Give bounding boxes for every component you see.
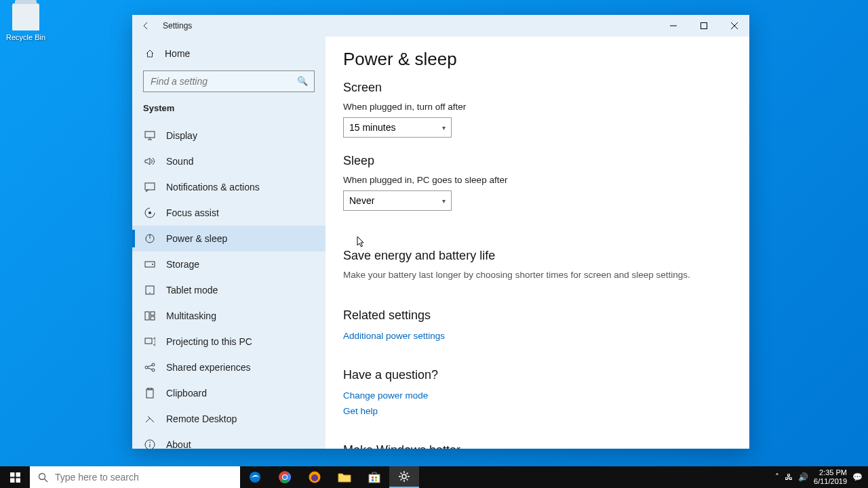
svg-line-26 (146, 418, 150, 422)
store-icon (368, 470, 381, 484)
close-button[interactable] (719, 15, 749, 37)
change-power-mode-link[interactable]: Change power mode (343, 390, 428, 401)
sleep-after-dropdown[interactable]: Never ▾ (343, 190, 452, 211)
svg-point-43 (283, 475, 287, 479)
sidebar-item-sound[interactable]: Sound (132, 148, 326, 174)
svg-rect-32 (10, 472, 15, 477)
home-icon (144, 48, 155, 59)
svg-rect-1 (701, 23, 707, 29)
firefox-taskbar-button[interactable] (300, 466, 330, 488)
additional-power-settings-link[interactable]: Additional power settings (343, 331, 445, 341)
svg-rect-15 (145, 312, 149, 320)
svg-point-31 (149, 442, 151, 443)
svg-point-51 (402, 474, 406, 479)
explorer-taskbar-button[interactable] (330, 466, 359, 488)
svg-point-14 (149, 292, 151, 293)
display-icon (144, 130, 155, 141)
sidebar: Home 🔍 System DisplaySoundNotifications … (132, 37, 326, 449)
screen-turnoff-label: When plugged in, turn off after (343, 102, 732, 112)
svg-rect-34 (10, 478, 15, 483)
related-heading: Related settings (343, 308, 732, 323)
sidebar-item-notifications-actions[interactable]: Notifications & actions (132, 174, 326, 200)
sidebar-item-display[interactable]: Display (132, 123, 326, 148)
notifications-icon (144, 182, 155, 192)
sidebar-item-shared-experiences[interactable]: Shared experiences (132, 354, 326, 380)
chevron-down-icon: ▾ (442, 124, 446, 131)
svg-rect-7 (145, 183, 155, 190)
store-taskbar-button[interactable] (359, 466, 389, 488)
sidebar-item-focus-assist[interactable]: Focus assist (132, 200, 326, 226)
projecting-icon (144, 336, 155, 347)
svg-rect-35 (16, 478, 20, 483)
tablet-icon (144, 285, 155, 296)
sidebar-item-about[interactable]: About (132, 432, 326, 449)
folder-icon (338, 471, 351, 483)
clock[interactable]: 2:35 PM 6/11/2019 (814, 468, 847, 486)
multitasking-icon (144, 310, 155, 321)
search-input[interactable] (143, 70, 315, 92)
sleep-after-value: Never (349, 195, 374, 206)
sidebar-item-label: Notifications & actions (166, 182, 260, 192)
notifications-tray-icon[interactable]: 💬 (852, 472, 863, 482)
start-button[interactable] (0, 466, 30, 488)
shared-icon (144, 362, 155, 373)
taskbar-search[interactable]: Type here to search (30, 466, 240, 488)
svg-line-59 (407, 473, 408, 474)
back-button[interactable] (132, 15, 159, 37)
sidebar-item-label: Tablet mode (166, 285, 218, 296)
recycle-bin[interactable]: Recycle Bin (5, 3, 46, 41)
screen-heading: Screen (343, 81, 732, 95)
svg-rect-18 (145, 338, 152, 344)
energy-desc: Make your battery last longer by choosin… (343, 270, 732, 280)
svg-point-8 (149, 211, 151, 214)
sidebar-item-storage[interactable]: Storage (132, 251, 326, 277)
svg-rect-24 (146, 389, 153, 398)
tray-chevron-icon[interactable]: ˄ (775, 472, 779, 482)
chevron-down-icon: ▾ (442, 197, 446, 205)
sidebar-item-projecting-to-this-pc[interactable]: Projecting to this PC (132, 329, 326, 354)
taskbar-search-placeholder: Type here to search (55, 472, 139, 483)
recycle-bin-icon (12, 3, 39, 30)
sound-icon (144, 156, 155, 167)
svg-rect-33 (16, 472, 20, 477)
energy-heading: Save energy and battery life (343, 249, 732, 263)
sidebar-item-label: Sound (166, 156, 193, 167)
svg-rect-47 (372, 476, 374, 479)
settings-taskbar-button[interactable] (389, 466, 419, 488)
home-label: Home (165, 48, 190, 59)
screen-turnoff-dropdown[interactable]: 15 minutes ▾ (343, 117, 452, 138)
network-icon[interactable]: 🖧 (785, 472, 793, 482)
home-nav[interactable]: Home (132, 41, 326, 66)
system-tray: ˄ 🖧 🔊 2:35 PM 6/11/2019 💬 (770, 466, 868, 488)
sidebar-item-remote-desktop[interactable]: Remote Desktop (132, 406, 326, 432)
svg-line-58 (401, 479, 402, 481)
minimize-button[interactable] (658, 15, 688, 37)
svg-point-36 (39, 473, 45, 479)
maximize-button[interactable] (688, 15, 719, 37)
svg-rect-16 (151, 312, 155, 315)
svg-rect-49 (372, 479, 374, 481)
svg-line-56 (401, 473, 402, 474)
screen-turnoff-value: 15 minutes (349, 122, 395, 133)
svg-line-57 (407, 479, 408, 481)
svg-rect-50 (375, 479, 377, 481)
sidebar-item-power-sleep[interactable]: Power & sleep (132, 226, 326, 251)
settings-window: Settings Home 🔍 System DisplaySoundNotif… (132, 15, 749, 449)
taskbar: Type here to search ˄ 🖧 🔊 2:35 PM 6/11/2… (0, 466, 868, 488)
sidebar-item-clipboard[interactable]: Clipboard (132, 380, 326, 406)
svg-rect-4 (145, 131, 155, 138)
chrome-taskbar-button[interactable] (270, 466, 300, 488)
titlebar: Settings (132, 15, 749, 37)
get-help-link[interactable]: Get help (343, 406, 378, 416)
svg-rect-48 (375, 476, 377, 479)
svg-point-20 (152, 363, 155, 366)
sidebar-item-tablet-mode[interactable]: Tablet mode (132, 277, 326, 303)
focus-assist-icon (144, 207, 155, 218)
volume-icon[interactable]: 🔊 (798, 472, 808, 482)
sleep-after-label: When plugged in, PC goes to sleep after (343, 175, 732, 185)
sidebar-item-label: Power & sleep (166, 233, 227, 244)
sidebar-item-multitasking[interactable]: Multitasking (132, 303, 326, 329)
edge-taskbar-button[interactable] (240, 466, 270, 488)
sidebar-item-label: Display (166, 130, 197, 141)
firefox-icon (308, 470, 321, 484)
